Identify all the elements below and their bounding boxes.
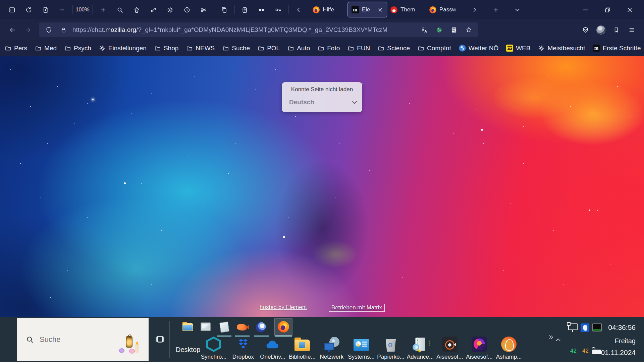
bookmark-erste-schritte[interactable]: mErste Schritte	[593, 45, 641, 52]
minimize-button[interactable]	[574, 0, 596, 19]
shortcut-systemsteuerung[interactable]: Systems...	[346, 336, 376, 360]
save-page-button[interactable]	[37, 3, 54, 17]
bookmark-label: Pers	[14, 45, 27, 52]
bookmark-folder-foto[interactable]: Foto	[318, 45, 340, 52]
private-mode-button[interactable]	[253, 3, 270, 17]
scissors-icon	[200, 6, 207, 13]
shortcut-dropbox[interactable]: Dropbox	[228, 336, 258, 360]
bookmark-page-button[interactable]	[463, 24, 474, 36]
bookmark-folder-science[interactable]: Science	[378, 45, 410, 52]
extension-button[interactable]	[608, 22, 624, 37]
shortcut-onedrive[interactable]: OneDriv...	[258, 336, 287, 360]
back-button[interactable]	[5, 22, 20, 37]
translate-button[interactable]	[419, 24, 430, 36]
language-select[interactable]: Deutsch	[289, 97, 356, 108]
matrix-link[interactable]: Betrieben mit Matrix	[329, 304, 384, 311]
bookmark-folder-suche[interactable]: Suche	[222, 45, 250, 52]
bookmark-einstellungen[interactable]: Einstellungen	[99, 45, 147, 52]
show-hidden-icons-chevron[interactable]	[554, 336, 562, 344]
globe-extension-button[interactable]	[433, 24, 445, 36]
bookmark-folder-psych[interactable]: Psych	[64, 45, 91, 52]
tray-display-app-icon[interactable]	[592, 323, 602, 331]
quicklaunch-explorer[interactable]	[182, 321, 194, 333]
new-tab-button[interactable]	[487, 3, 504, 17]
profile-button[interactable]	[593, 22, 608, 37]
bookmark-folder-med[interactable]: Med	[35, 45, 57, 52]
tray-parrot-app-icon[interactable]	[581, 323, 589, 332]
restore-button[interactable]	[596, 0, 619, 19]
qr-extension-button[interactable]	[448, 24, 460, 36]
tab-close-icon[interactable]	[377, 7, 383, 13]
shortcut-netzwerk[interactable]: Netzwerk	[317, 336, 346, 360]
quicklaunch-fish-app[interactable]	[237, 321, 248, 333]
url-text[interactable]: https://chat.mozilla.org/?_gl=1*mkplui*_…	[72, 26, 415, 34]
task-view-button[interactable]	[154, 334, 166, 345]
taskbar-search-box[interactable]	[17, 318, 149, 361]
toolbar-separator	[234, 5, 234, 14]
shortcut-advanced-scanner[interactable]: Advance...	[406, 336, 435, 360]
search-button[interactable]	[111, 3, 128, 17]
clipboard-button[interactable]	[236, 3, 253, 17]
passwords-button[interactable]	[270, 3, 286, 17]
tab-passwords[interactable]: Passw	[426, 2, 465, 17]
quicklaunch-pale-moon[interactable]	[256, 321, 267, 333]
copy-tabs-button[interactable]	[216, 3, 232, 17]
zoom-in-button[interactable]	[95, 3, 111, 17]
element-link[interactable]: hosted by Element	[260, 304, 307, 311]
clock-weekday[interactable]: Freitag	[615, 337, 636, 345]
bookmarks-button[interactable]	[128, 3, 145, 17]
forward-button[interactable]	[20, 22, 36, 37]
toolbar-overflow-chevron-icon[interactable]	[548, 334, 554, 340]
url-bar[interactable]: https://chat.mozilla.org/?_gl=1*mkplui*_…	[39, 22, 478, 37]
clock-date[interactable]: 01.11.2024	[601, 349, 636, 357]
battery-plug-icon[interactable]	[592, 350, 601, 354]
shortcut-label: Aiseesof...	[466, 354, 492, 360]
scroll-tabs-left-button[interactable]	[290, 3, 307, 17]
list-all-tabs-button[interactable]	[509, 3, 526, 17]
tray-network-icon[interactable]	[568, 323, 578, 330]
search-input[interactable]	[40, 335, 113, 344]
chevron-down-icon	[514, 6, 521, 13]
reload-button[interactable]	[20, 3, 37, 17]
tracking-shield-icon[interactable]	[43, 24, 54, 36]
screen-recorder-icon	[442, 337, 458, 352]
bookmark-folder-shop[interactable]: Shop	[154, 45, 178, 52]
shortcut-papierkorb[interactable]: Papierko...	[376, 336, 406, 360]
settings-button[interactable]	[162, 3, 178, 17]
quicklaunch-firefox[interactable]	[278, 321, 289, 333]
zoom-out-button[interactable]	[54, 3, 70, 17]
quicklaunch-system-monitor[interactable]	[201, 321, 212, 333]
shortcut-bibliothek[interactable]: Bibliothe...	[287, 336, 317, 360]
scroll-tabs-right-button[interactable]	[466, 3, 483, 17]
fullscreen-button[interactable]	[145, 3, 162, 17]
lock-icon[interactable]	[58, 24, 69, 36]
tab-element-active[interactable]: m Ele	[348, 2, 387, 17]
quicklaunch-notepad[interactable]	[219, 321, 230, 333]
clock-time[interactable]: 04:36:56	[608, 323, 636, 331]
bookmark-wetter[interactable]: Wetter NÖ	[459, 45, 498, 52]
desktop-toolbar-label[interactable]: Desktop	[176, 346, 200, 354]
bookmark-web[interactable]: WEB	[506, 45, 530, 52]
bookmark-folder-pol[interactable]: POL	[258, 45, 280, 52]
history-button[interactable]	[178, 3, 195, 17]
bookmark-meistbesucht[interactable]: Meistbesucht	[538, 45, 585, 52]
shortcut-ashampoo[interactable]: Ashamp...	[494, 336, 524, 360]
bookmark-folder-compint[interactable]: CompInt	[418, 45, 451, 52]
bookmark-folder-fun[interactable]: FUN	[347, 45, 370, 52]
bookmark-folder-pers[interactable]: Pers	[5, 45, 27, 52]
shortcut-aiseesoft[interactable]: Aiseesof...	[465, 336, 494, 360]
tab-hilfe[interactable]: Hilfe	[309, 2, 348, 17]
app-menu-button[interactable]	[624, 22, 639, 37]
shortcut-synology[interactable]: Synchro...	[199, 336, 228, 360]
screenshot-button[interactable]	[195, 3, 212, 17]
pocket-button[interactable]	[578, 22, 593, 37]
close-button[interactable]	[619, 0, 641, 19]
firefox-view-button[interactable]	[3, 3, 20, 17]
bookmark-label: CompInt	[427, 45, 451, 52]
tab-themes[interactable]: Them	[387, 2, 426, 17]
shortcut-aiseesoft-recorder[interactable]: Aiseesof...	[435, 336, 465, 360]
magnifier-icon	[413, 344, 419, 351]
bookmark-folder-news[interactable]: NEWS	[186, 45, 215, 52]
bookmark-folder-auto[interactable]: Auto	[287, 45, 310, 52]
zoom-level-button[interactable]: 100%	[74, 3, 91, 17]
